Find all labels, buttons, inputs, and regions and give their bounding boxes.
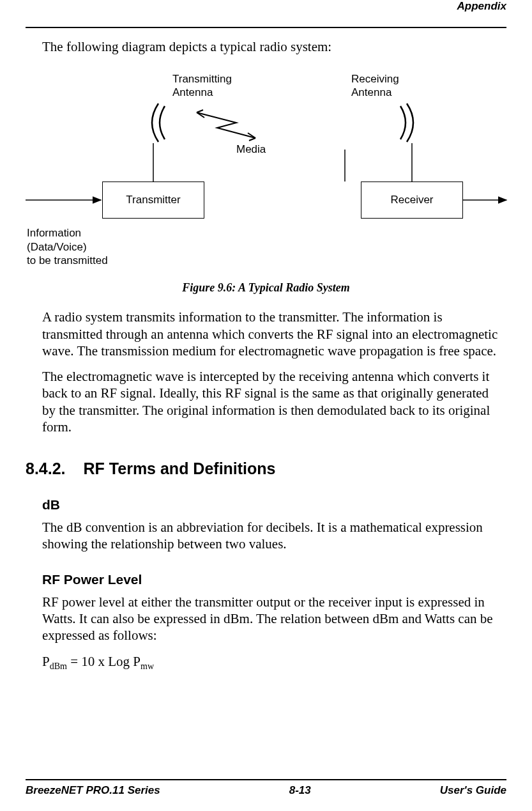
paragraph-1: A radio system transmits information to … (42, 309, 500, 359)
rf-formula: PdBm = 10 x Log Pmw (42, 654, 506, 672)
rx-antenna-curves (26, 73, 506, 277)
svg-rect-7 (326, 98, 364, 150)
formula-sub1: dBm (50, 661, 67, 671)
formula-sub2: mw (141, 661, 154, 671)
section-number: 8.4.2. (26, 460, 66, 478)
rf-heading: RF Power Level (42, 572, 506, 587)
db-heading: dB (42, 497, 506, 513)
section-title: RF Terms and Definitions (84, 460, 276, 478)
figure-caption: Figure 9.6: A Typical Radio System (26, 281, 506, 295)
footer-rule (26, 779, 506, 780)
page-footer: BreezeNET PRO.11 Series 8-13 User's Guid… (26, 779, 506, 797)
page-header: Appendix (26, 0, 506, 15)
footer-left: BreezeNET PRO.11 Series (26, 784, 160, 797)
rf-body: RF power level at either the transmitter… (42, 594, 500, 644)
formula-mid: = 10 x Log P (67, 654, 141, 669)
formula-p1: P (42, 654, 50, 669)
intro-paragraph: The following diagram depicts a typical … (42, 38, 500, 55)
header-rule (26, 27, 506, 28)
footer-center: 8-13 (289, 784, 311, 797)
footer-right: User's Guide (440, 784, 506, 797)
section-heading: 8.4.2. RF Terms and Definitions (26, 460, 506, 478)
paragraph-2: The electromagnetic wave is intercepted … (42, 368, 500, 435)
radio-system-diagram: Transmitting Antenna Receiving Antenna M… (26, 73, 506, 277)
db-body: The dB convention is an abbreviation for… (42, 519, 500, 553)
